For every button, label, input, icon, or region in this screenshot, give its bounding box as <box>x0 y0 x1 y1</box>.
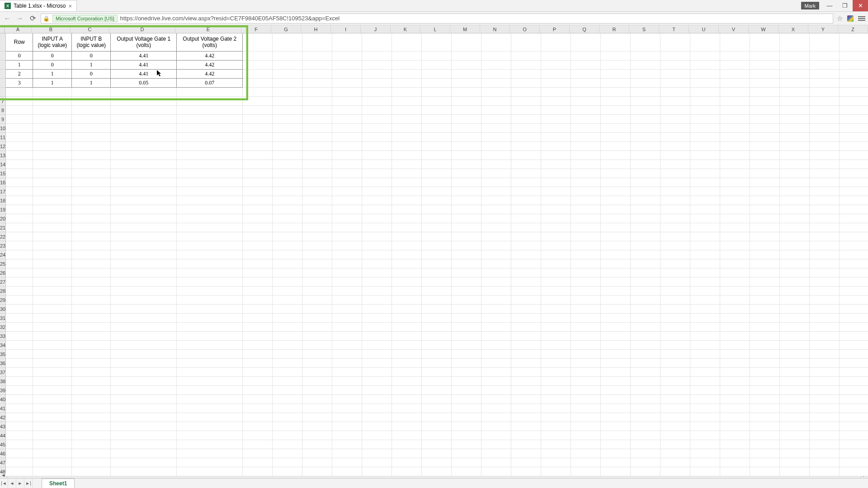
cell[interactable] <box>601 70 631 79</box>
cell[interactable] <box>33 458 72 467</box>
cell[interactable] <box>631 413 660 422</box>
cell[interactable] <box>302 386 332 395</box>
cell[interactable] <box>690 160 720 169</box>
cell[interactable] <box>511 314 541 323</box>
cell[interactable] <box>541 178 571 187</box>
cell[interactable] <box>111 277 177 286</box>
cell[interactable] <box>111 106 177 115</box>
cell[interactable] <box>332 250 362 259</box>
cell[interactable] <box>111 250 177 259</box>
cell[interactable] <box>840 431 868 440</box>
bookmark-star-icon[interactable]: ☆ <box>837 14 843 23</box>
cell[interactable] <box>332 386 362 395</box>
column-header[interactable]: K <box>391 25 420 33</box>
cell[interactable] <box>840 305 868 314</box>
cell[interactable] <box>631 359 660 368</box>
cell[interactable] <box>422 250 452 259</box>
cell[interactable] <box>690 422 720 431</box>
cell[interactable] <box>660 359 690 368</box>
cell[interactable] <box>840 286 868 296</box>
cell[interactable] <box>511 52 541 61</box>
cell[interactable] <box>780 431 810 440</box>
cell[interactable] <box>601 223 631 232</box>
cell[interactable] <box>273 124 302 133</box>
cell[interactable] <box>511 440 541 449</box>
cell[interactable] <box>660 296 690 305</box>
cell[interactable] <box>780 422 810 431</box>
cell[interactable] <box>810 413 840 422</box>
cell[interactable] <box>810 350 840 359</box>
cell[interactable] <box>631 458 660 467</box>
cell[interactable] <box>541 232 571 241</box>
cell[interactable] <box>750 259 780 268</box>
cell[interactable] <box>422 205 452 214</box>
cell[interactable] <box>750 241 780 250</box>
cell[interactable] <box>332 413 362 422</box>
cell[interactable] <box>541 359 571 368</box>
cell[interactable] <box>6 404 33 413</box>
cell[interactable] <box>601 359 631 368</box>
extension-shield-icon[interactable] <box>847 15 854 22</box>
row-header[interactable]: 37 <box>0 368 5 377</box>
cell[interactable] <box>511 323 541 332</box>
cell[interactable] <box>33 97 72 106</box>
cell[interactable] <box>6 314 33 323</box>
cell[interactable] <box>601 323 631 332</box>
cell[interactable] <box>541 79 571 88</box>
cell[interactable] <box>660 214 690 223</box>
cell[interactable] <box>601 268 631 277</box>
cell[interactable] <box>6 178 33 187</box>
cell[interactable] <box>840 323 868 332</box>
cell[interactable] <box>177 368 243 377</box>
cell[interactable] <box>511 386 541 395</box>
cell[interactable] <box>720 431 750 440</box>
cell[interactable] <box>273 142 302 151</box>
cell[interactable] <box>452 377 481 386</box>
cell[interactable] <box>111 88 177 97</box>
cell[interactable] <box>601 142 631 151</box>
cell[interactable] <box>750 160 780 169</box>
cell[interactable] <box>810 205 840 214</box>
cell[interactable] <box>810 52 840 61</box>
cell[interactable] <box>810 286 840 296</box>
cell[interactable] <box>302 296 332 305</box>
cell[interactable]: 4.42 <box>177 61 243 70</box>
nav-back-button[interactable]: ← <box>3 14 12 23</box>
cell[interactable] <box>840 178 868 187</box>
cell[interactable] <box>392 332 422 341</box>
cell[interactable] <box>571 305 601 314</box>
cell[interactable] <box>177 151 243 160</box>
cell[interactable] <box>481 341 511 350</box>
cell[interactable] <box>72 359 111 368</box>
cell[interactable] <box>111 187 177 196</box>
cell[interactable] <box>392 205 422 214</box>
cell[interactable] <box>840 97 868 106</box>
cell[interactable] <box>302 115 332 124</box>
cell[interactable] <box>273 296 302 305</box>
cell[interactable] <box>392 431 422 440</box>
cell[interactable] <box>273 106 302 115</box>
cell[interactable] <box>177 359 243 368</box>
cell[interactable] <box>452 33 481 52</box>
cell[interactable] <box>332 178 362 187</box>
cell[interactable] <box>750 431 780 440</box>
cell[interactable] <box>422 377 452 386</box>
cell[interactable] <box>541 431 571 440</box>
cell[interactable] <box>362 395 392 404</box>
cell[interactable] <box>6 97 33 106</box>
cell[interactable] <box>392 88 422 97</box>
cell[interactable] <box>362 259 392 268</box>
cell[interactable] <box>601 79 631 88</box>
cell[interactable] <box>422 115 452 124</box>
cell[interactable] <box>6 88 33 97</box>
cell[interactable] <box>780 232 810 241</box>
cell[interactable] <box>511 259 541 268</box>
cell[interactable] <box>452 296 481 305</box>
cell[interactable] <box>720 286 750 296</box>
cell[interactable] <box>571 277 601 286</box>
cell[interactable] <box>720 413 750 422</box>
cell[interactable] <box>72 259 111 268</box>
cell[interactable] <box>422 160 452 169</box>
cell[interactable]: 4.42 <box>177 70 243 79</box>
cell[interactable] <box>273 79 302 88</box>
